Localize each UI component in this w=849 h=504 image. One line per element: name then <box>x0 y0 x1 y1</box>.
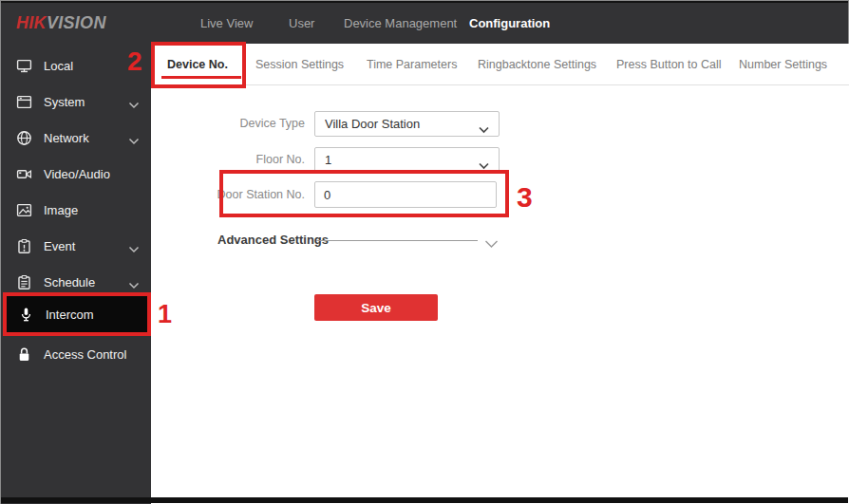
tab-session-settings[interactable]: Session Settings <box>255 44 344 84</box>
sidebar-item-label: System <box>44 95 85 109</box>
chevron-down-icon[interactable] <box>128 276 140 288</box>
door-station-no-input[interactable] <box>314 181 497 208</box>
tab-ringbacktone-settings[interactable]: Ringbacktone Settings <box>478 44 596 84</box>
tab-bar: Device No. Session Settings Time Paramet… <box>151 44 849 85</box>
hikvision-logo: HIKVISION <box>16 3 106 44</box>
sidebar-item-label: Network <box>44 131 89 145</box>
microphone-icon <box>18 307 34 323</box>
device-type-label: Device Type <box>151 117 305 130</box>
nav-configuration[interactable]: Configuration <box>469 3 550 44</box>
sidebar-item-image[interactable]: Image <box>1 192 151 228</box>
save-button[interactable]: Save <box>314 294 438 321</box>
chevron-down-icon[interactable] <box>128 240 140 252</box>
sidebar-item-label: Image <box>44 203 78 217</box>
sidebar-item-network[interactable]: Network <box>1 120 151 156</box>
monitor-icon <box>16 58 32 74</box>
nav-user[interactable]: User <box>289 3 314 44</box>
schedule-clipboard-icon <box>16 274 32 290</box>
sidebar-item-access-control[interactable]: Access Control <box>1 336 151 372</box>
chevron-down-icon[interactable] <box>484 235 499 245</box>
device-type-value: Villa Door Station <box>325 117 479 131</box>
floor-no-select[interactable]: 1 <box>314 147 500 173</box>
device-type-select[interactable]: Villa Door Station <box>314 111 500 137</box>
top-bar: HIKVISION Live View User Device Manageme… <box>1 1 848 44</box>
chevron-down-icon <box>479 121 489 128</box>
floor-no-value: 1 <box>325 153 479 167</box>
sidebar-item-event[interactable]: Event <box>1 228 151 264</box>
video-camera-icon <box>16 166 32 182</box>
sidebar-item-label: Local <box>44 59 73 73</box>
logo-vision-text: VISION <box>47 13 106 33</box>
active-tab-indicator <box>161 76 241 79</box>
chevron-down-icon[interactable] <box>128 132 140 143</box>
tab-press-button-to-call[interactable]: Press Button to Call <box>616 44 721 84</box>
main-content <box>151 44 849 504</box>
globe-icon <box>16 130 32 146</box>
sidebar-item-label: Intercom <box>46 308 94 322</box>
system-window-icon <box>16 94 32 110</box>
sidebar-item-label: Video/Audio <box>44 167 110 181</box>
sidebar: Local System Network Video/Audio <box>1 44 151 504</box>
chevron-down-icon <box>479 157 489 164</box>
advanced-settings-divider <box>316 240 478 241</box>
chevron-down-icon[interactable] <box>128 96 140 107</box>
image-icon <box>16 202 32 218</box>
sidebar-item-video-audio[interactable]: Video/Audio <box>1 156 151 192</box>
tab-number-settings[interactable]: Number Settings <box>739 44 827 84</box>
bottom-border-strip <box>1 497 848 503</box>
floor-no-label: Floor No. <box>151 153 305 166</box>
event-clipboard-icon <box>16 238 32 254</box>
sidebar-item-intercom[interactable]: Intercom <box>3 292 151 336</box>
sidebar-item-system[interactable]: System <box>1 84 151 120</box>
nav-device-management[interactable]: Device Management <box>344 3 457 44</box>
sidebar-item-label: Schedule <box>44 275 95 289</box>
logo-hik-text: HIK <box>16 13 47 33</box>
sidebar-item-label: Event <box>44 239 75 253</box>
sidebar-item-label: Access Control <box>44 347 126 362</box>
tab-time-parameters[interactable]: Time Parameters <box>367 44 457 84</box>
app-window: HIKVISION Live View User Device Manageme… <box>0 0 849 504</box>
padlock-icon <box>16 346 32 363</box>
advanced-settings-label[interactable]: Advanced Settings <box>217 233 329 247</box>
door-station-no-label: Door Station No. <box>151 188 305 201</box>
nav-live-view[interactable]: Live View <box>200 3 253 44</box>
sidebar-item-local[interactable]: Local <box>1 47 151 84</box>
